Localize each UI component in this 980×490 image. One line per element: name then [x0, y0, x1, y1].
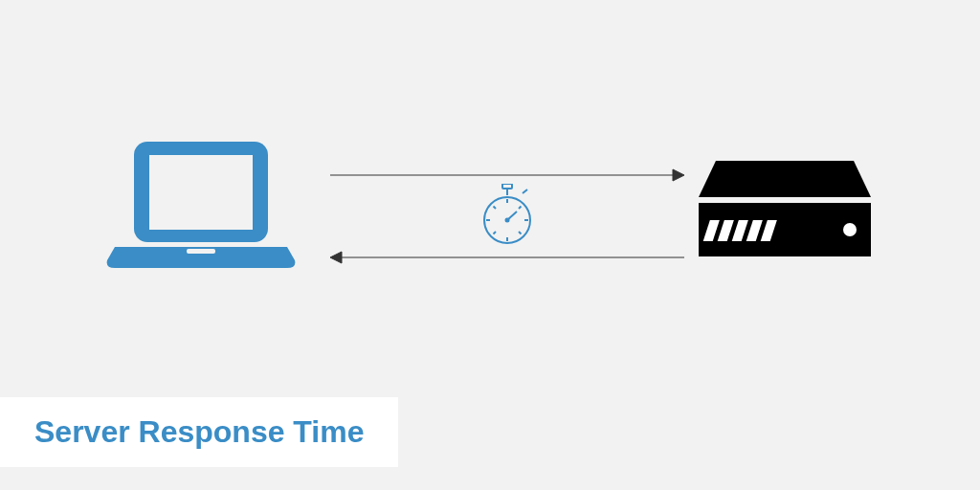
svg-line-14 [519, 207, 522, 210]
stopwatch-icon [480, 184, 534, 249]
laptop-icon [105, 134, 297, 281]
svg-line-18 [507, 212, 517, 220]
svg-point-28 [843, 223, 857, 236]
title-box: Server Response Time [0, 397, 398, 467]
svg-marker-4 [673, 169, 684, 181]
svg-line-16 [519, 232, 522, 234]
svg-line-7 [523, 189, 527, 193]
svg-line-15 [494, 232, 497, 234]
server-icon [699, 161, 871, 270]
svg-rect-2 [187, 249, 215, 254]
svg-marker-20 [330, 252, 342, 263]
svg-rect-1 [149, 155, 253, 230]
svg-rect-5 [502, 184, 512, 189]
svg-line-13 [494, 207, 497, 210]
server-response-time-diagram: Server Response Time [0, 0, 980, 490]
svg-marker-21 [699, 161, 871, 197]
response-arrow-icon [330, 251, 684, 268]
diagram-title: Server Response Time [34, 414, 364, 450]
